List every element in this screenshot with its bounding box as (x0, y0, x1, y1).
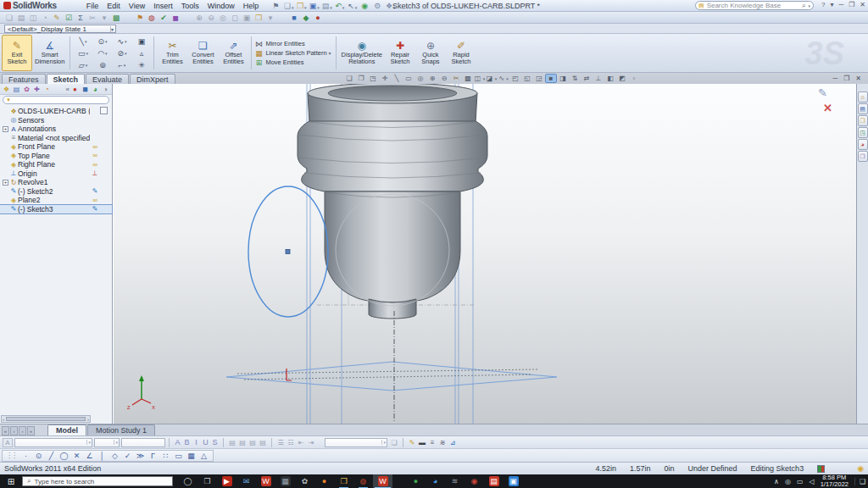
taskbar-app-icon[interactable]: ◕ (426, 474, 445, 488)
panel-tab-icon[interactable]: ✚ (32, 86, 42, 93)
toolbar-icon[interactable]: ◻ (229, 14, 241, 22)
line-format-button[interactable]: ≡ (427, 439, 437, 446)
display-pane-icon[interactable]: ∞ (90, 197, 100, 204)
text-format-button[interactable]: S (210, 438, 220, 446)
ribbon-small-button[interactable]: ⊞ Move Entities (254, 58, 326, 67)
command-tab[interactable]: Features (2, 74, 46, 84)
list-indent-button[interactable]: ☷ (286, 439, 296, 446)
taskbar-app-icon[interactable]: W (373, 474, 392, 488)
toolbar-icon[interactable]: ❒ (253, 14, 264, 22)
tab-scroll-button[interactable]: « (2, 426, 9, 435)
scroll-right-icon[interactable]: › (87, 417, 89, 422)
view-tool-button[interactable]: ◲ (533, 75, 545, 82)
taskbar-app-icon[interactable]: ◍ (353, 474, 373, 488)
snap-tool-button[interactable]: ◯ (58, 451, 70, 461)
taskbar-app-icon[interactable]: ▶ (217, 474, 236, 488)
ribbon-button[interactable]: ✚ Repair Sketch (385, 35, 415, 71)
snap-tool-button[interactable]: ⊙ (33, 451, 44, 461)
line-format-button[interactable]: ≋ (437, 439, 448, 446)
text-format-button[interactable]: B (182, 438, 192, 446)
menu-item[interactable]: Help (239, 2, 264, 10)
toolbar-drag-handle[interactable]: ⋮⋮ (6, 452, 16, 459)
toolbar-icon[interactable]: ◼ (170, 14, 181, 22)
display-pane-icon[interactable]: ✎ (90, 187, 100, 195)
sketch-entity-button[interactable]: ▱ ▾ (73, 59, 92, 71)
view-tool-button[interactable]: ◩ (616, 75, 628, 82)
task-pane-tab-icon[interactable]: ▤ (858, 103, 868, 114)
expand-toggle[interactable]: + (3, 180, 8, 186)
toolbar-icon[interactable]: ◎ (217, 14, 229, 22)
taskbar-app-icon[interactable]: ● (314, 474, 334, 488)
text-format-button[interactable]: A (173, 438, 182, 446)
taskbar-app-icon[interactable]: ◯ (178, 474, 198, 488)
snap-tool-button[interactable]: ≫ (135, 451, 146, 461)
toolbar-icon[interactable]: ⊕ (193, 14, 205, 22)
display-state-dropdown[interactable]: <Default>_Display State 1 ▾ (4, 25, 116, 33)
toolbar-icon[interactable]: ◔ (39, 14, 51, 22)
toolbar-icon[interactable]: ✔ (158, 14, 170, 22)
display-manager-icon[interactable]: ◼ (81, 86, 90, 93)
sketch-ellipse[interactable] (248, 186, 328, 317)
knowledge-base-search[interactable]: ▤ Search Knowledge Base ⌕ ▾ (695, 1, 814, 10)
ribbon-small-button[interactable]: ▦ Linear Sketch Pattern (254, 49, 326, 58)
sketch-entity-button[interactable]: ◠ ▾ (92, 47, 112, 59)
toolbar-icon[interactable]: ▾ (264, 14, 276, 22)
align-button[interactable]: ▤ (258, 439, 268, 446)
tree-item[interactable]: ✎ (-) Sketch3 ✎ (0, 205, 112, 214)
snap-tool-button[interactable]: △ (198, 451, 209, 461)
taskbar-app-icon[interactable]: ≋ (445, 474, 465, 488)
font-dropdown[interactable]: ▾ (14, 438, 92, 447)
quick-tip-bulb-icon[interactable]: ◉ (857, 464, 864, 473)
view-tool-button[interactable]: ■ (545, 74, 557, 83)
ribbon-button[interactable]: ∡ Smart Dimension (32, 35, 67, 71)
task-pane-tab-icon[interactable]: ❐ (858, 151, 868, 162)
taskbar-app-icon[interactable]: ▦ (275, 474, 295, 488)
toolbar-icon[interactable]: ▾ (98, 14, 110, 22)
text-height-input[interactable] (121, 438, 165, 447)
tree-item[interactable]: ⊥ Origin ⊥ (0, 169, 112, 179)
taskbar-app-icon[interactable]: ◉ (465, 474, 484, 488)
toolbar-icon[interactable]: ▩ (110, 14, 122, 22)
snap-tool-button[interactable]: · (20, 451, 31, 461)
reference-plane[interactable] (226, 362, 557, 391)
toolbar-icon[interactable]: ✎ (51, 14, 63, 22)
view-tool-button[interactable]: ◎ (415, 75, 426, 82)
snap-tool-button[interactable]: ✕ (71, 451, 82, 461)
taskbar-app-icon[interactable]: ▤ (484, 474, 504, 488)
align-button[interactable]: ▤ (227, 439, 237, 446)
tab-scroll-button[interactable]: » (27, 426, 35, 435)
window-control-button[interactable]: ❐ (849, 1, 854, 8)
view-tool-button[interactable]: ◪ ▾ (486, 75, 498, 82)
document-window-control[interactable]: ✕ (855, 75, 861, 82)
task-pane-tab-icon[interactable]: ◕ (858, 139, 868, 150)
chevron-down-icon[interactable]: ▾ (808, 3, 810, 8)
menu-item[interactable]: Window (203, 2, 239, 10)
toolbar-icon[interactable]: ⊖ (205, 14, 217, 22)
toolbar-icon[interactable]: ⚑ (134, 14, 146, 22)
view-tool-button[interactable]: ⇅ (569, 75, 581, 82)
window-control-button[interactable]: ✕ (860, 1, 865, 8)
tray-icon[interactable]: ◁ (809, 478, 814, 485)
ribbon-button[interactable]: ⇗ Offset Entities (218, 35, 248, 71)
ribbon-button[interactable]: ✂ Trim Entities (157, 35, 187, 71)
toolbar-icon[interactable]: ◫ (27, 14, 39, 22)
tree-item[interactable]: ✎ (-) Sketch2 ✎ (0, 187, 112, 197)
text-format-button[interactable]: U (201, 438, 210, 446)
taskbar-app-icon[interactable]: ✉ (236, 474, 256, 488)
cancel-sketch-icon[interactable]: ✕ (823, 102, 832, 114)
list-indent-button[interactable]: ☰ (275, 439, 286, 446)
toolbar-icon[interactable]: ◆ (300, 14, 312, 22)
chevron-down-icon[interactable]: ▾ (329, 50, 331, 56)
line-format-button[interactable]: ▬ (417, 439, 427, 446)
search-icon[interactable]: ⌕ (802, 2, 805, 10)
view-tool-button[interactable]: ◳ (367, 75, 379, 82)
snap-tool-button[interactable]: ▭ (173, 451, 184, 461)
tree-item[interactable]: ◈ Plane2 ∞ (0, 196, 112, 205)
task-pane-tab-icon[interactable]: ❒ (858, 115, 868, 126)
toolbar-icon[interactable]: ▣ (241, 14, 253, 22)
tray-icon[interactable]: ∧ (774, 478, 779, 485)
view-tool-button[interactable]: ❏ (343, 75, 355, 82)
model-tab[interactable]: Motion Study 1 (87, 424, 155, 435)
display-pane-icon[interactable]: ∞ (90, 152, 100, 159)
sketch-entity-button[interactable]: ▭ ▾ (73, 47, 92, 59)
